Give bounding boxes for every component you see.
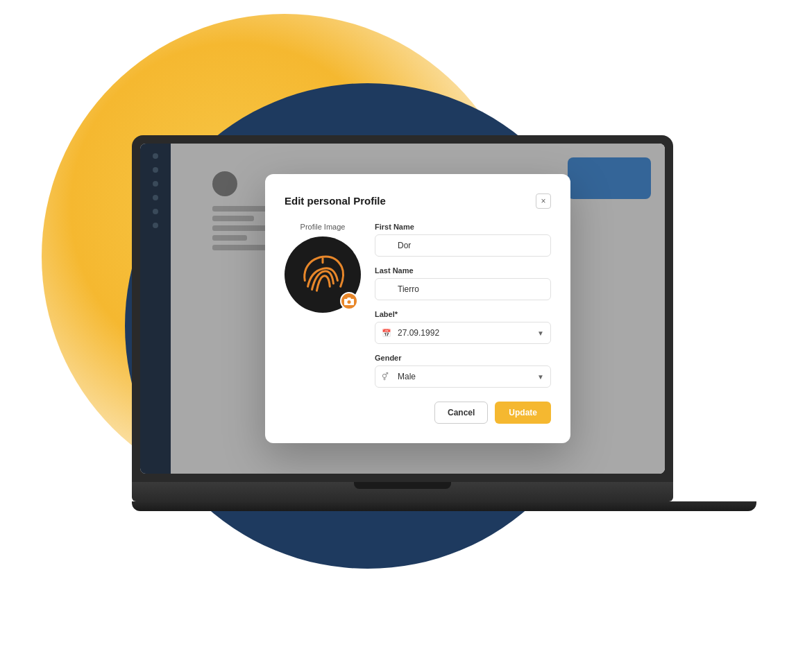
gender-icon: ⚥ [382, 372, 389, 381]
label-wrapper: 📅 27.09.1992 ▼ [375, 322, 551, 344]
camera-icon [344, 297, 354, 305]
profile-image-label: Profile Image [300, 223, 346, 231]
laptop-mockup: Edit personal Profile × Profile Image [132, 135, 673, 537]
modal-close-button[interactable]: × [536, 193, 551, 209]
main-content-area: Edit personal Profile × Profile Image [171, 144, 665, 474]
calendar-icon: 📅 [382, 328, 391, 337]
laptop-notch [354, 482, 451, 489]
cancel-button[interactable]: Cancel [434, 402, 488, 424]
gender-select[interactable]: Male Female Other [375, 365, 551, 388]
first-name-group: First Name 👤 [375, 223, 551, 257]
sidebar-nav-item [153, 223, 158, 228]
sidebar-nav-item [153, 167, 158, 173]
modal-body: Profile Image [285, 223, 551, 388]
sidebar-nav-item [153, 195, 158, 200]
sidebar-nav-item [153, 153, 158, 159]
profile-form: First Name 👤 Last Name [375, 223, 551, 388]
first-name-wrapper: 👤 [375, 234, 551, 257]
sidebar-nav-item [153, 181, 158, 187]
laptop-base [132, 482, 673, 501]
avatar-logo-icon [298, 254, 347, 295]
edit-profile-modal: Edit personal Profile × Profile Image [265, 174, 570, 443]
label-field-label: Label* [375, 310, 551, 318]
modal-overlay: Edit personal Profile × Profile Image [171, 144, 665, 474]
sidebar-nav-item [153, 209, 158, 214]
first-name-input[interactable] [375, 234, 551, 257]
profile-image-section: Profile Image [285, 223, 361, 388]
gender-wrapper: ⚥ Male Female Other ▼ [375, 365, 551, 388]
update-button[interactable]: Update [495, 402, 551, 424]
svg-point-0 [348, 300, 351, 304]
upload-photo-button[interactable] [340, 292, 358, 310]
modal-header: Edit personal Profile × [285, 193, 551, 209]
gender-group: Gender ⚥ Male Female Other ▼ [375, 354, 551, 388]
laptop-screen: Edit personal Profile × Profile Image [132, 135, 673, 482]
last-name-label: Last Name [375, 266, 551, 275]
last-name-wrapper: 🪪 [375, 278, 551, 300]
last-name-input[interactable] [375, 278, 551, 300]
first-name-label: First Name [375, 223, 551, 231]
avatar-wrapper [285, 236, 361, 313]
modal-footer: Cancel Update [285, 402, 551, 424]
screen-content: Edit personal Profile × Profile Image [140, 144, 665, 474]
laptop-foot [132, 501, 756, 511]
modal-title: Edit personal Profile [285, 195, 386, 207]
label-group: Label* 📅 27.09.1992 ▼ [375, 310, 551, 344]
app-sidebar [140, 144, 171, 474]
label-select[interactable]: 27.09.1992 [375, 322, 551, 344]
gender-label: Gender [375, 354, 551, 362]
last-name-group: Last Name 🪪 [375, 266, 551, 300]
